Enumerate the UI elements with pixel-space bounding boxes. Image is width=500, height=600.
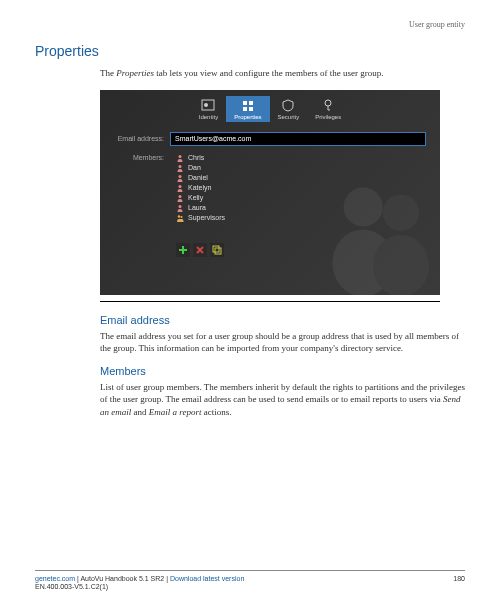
footer-brand-link[interactable]: genetec.com — [35, 575, 75, 582]
svg-point-14 — [179, 185, 182, 188]
divider — [100, 301, 440, 302]
svg-rect-9 — [249, 107, 253, 111]
footer: genetec.com | AutoVu Handbook 5.1 SR2 | … — [35, 570, 465, 590]
tab-identity-label: Identity — [199, 114, 218, 120]
intro-prefix: The — [100, 68, 116, 78]
members-label: Members: — [114, 154, 170, 161]
members-text-suffix: actions. — [201, 407, 231, 417]
svg-point-5 — [204, 103, 208, 107]
watermark-avatar — [310, 165, 440, 295]
tab-identity[interactable]: Identity — [191, 96, 226, 122]
member-name: Supervisors — [188, 214, 225, 221]
svg-point-15 — [179, 195, 182, 198]
identity-icon — [200, 98, 216, 112]
footer-code: EN.400.003-V5.1.C2(1) — [35, 583, 244, 590]
header-entity-label: User group entity — [35, 20, 465, 29]
svg-rect-21 — [210, 243, 224, 257]
svg-point-17 — [178, 215, 181, 218]
tab-properties-label: Properties — [234, 114, 261, 120]
email-label: Email address: — [114, 135, 170, 142]
user-icon — [176, 164, 184, 172]
tab-privileges[interactable]: Privileges — [307, 96, 349, 122]
add-button[interactable] — [176, 243, 190, 257]
tab-privileges-label: Privileges — [315, 114, 341, 120]
user-icon — [176, 154, 184, 162]
members-text-prefix: List of user group members. The members … — [100, 382, 465, 405]
app-window: Identity Properties Security Privileges … — [100, 90, 440, 295]
intro-suffix: tab lets you view and configure the memb… — [154, 68, 384, 78]
page-title: Properties — [35, 43, 465, 59]
user-icon — [176, 204, 184, 212]
tab-security-label: Security — [278, 114, 300, 120]
svg-rect-7 — [249, 101, 253, 105]
svg-rect-6 — [243, 101, 247, 105]
properties-icon — [240, 98, 256, 112]
svg-point-18 — [180, 215, 182, 217]
copy-button[interactable] — [210, 243, 224, 257]
member-name: Katelyn — [188, 184, 211, 191]
members-section-text: List of user group members. The members … — [100, 381, 465, 419]
member-name: Kelly — [188, 194, 203, 201]
email-section-title: Email address — [100, 314, 465, 326]
svg-point-13 — [179, 175, 182, 178]
group-icon — [176, 214, 184, 222]
email-row: Email address: — [114, 132, 426, 146]
members-text-mid: and — [131, 407, 149, 417]
remove-button[interactable] — [193, 243, 207, 257]
footer-doc: AutoVu Handbook 5.1 SR2 — [80, 575, 164, 582]
svg-point-0 — [344, 187, 383, 226]
user-icon — [176, 174, 184, 182]
member-name: Daniel — [188, 174, 208, 181]
svg-point-3 — [373, 235, 429, 295]
svg-point-11 — [179, 155, 182, 158]
tab-properties[interactable]: Properties — [226, 96, 269, 122]
members-section-title: Members — [100, 365, 465, 377]
tab-security[interactable]: Security — [270, 96, 308, 122]
members-section: Members List of user group members. The … — [100, 365, 465, 419]
svg-rect-8 — [243, 107, 247, 111]
member-name: Chris — [188, 154, 204, 161]
tab-bar: Identity Properties Security Privileges — [100, 90, 440, 122]
privileges-icon — [320, 98, 336, 112]
members-text-em2: Email a report — [149, 407, 202, 417]
email-section: Email address The email address you set … — [100, 314, 465, 355]
security-icon — [280, 98, 296, 112]
svg-point-16 — [179, 205, 182, 208]
member-name: Laura — [188, 204, 206, 211]
user-icon — [176, 184, 184, 192]
footer-download-link[interactable]: Download latest version — [170, 575, 244, 582]
email-input[interactable] — [170, 132, 426, 146]
svg-point-10 — [325, 100, 331, 106]
svg-point-12 — [179, 165, 182, 168]
member-name: Dan — [188, 164, 201, 171]
email-section-text: The email address you set for a user gro… — [100, 330, 465, 355]
intro-em: Properties — [116, 68, 154, 78]
list-item[interactable]: Chris — [176, 153, 426, 163]
footer-page-number: 180 — [453, 575, 465, 590]
user-icon — [176, 194, 184, 202]
svg-point-2 — [383, 194, 419, 230]
intro-text: The Properties tab lets you view and con… — [100, 67, 465, 80]
